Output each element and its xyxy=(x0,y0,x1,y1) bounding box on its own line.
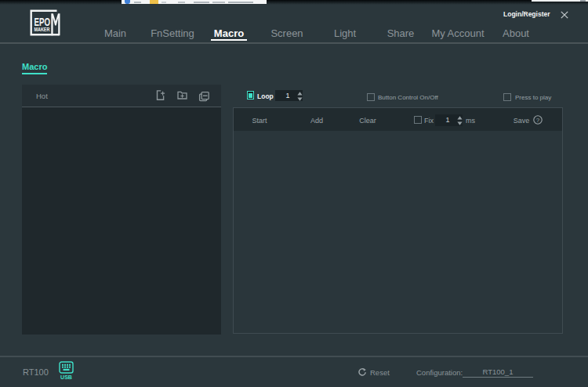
svg-text:?: ? xyxy=(536,117,540,124)
